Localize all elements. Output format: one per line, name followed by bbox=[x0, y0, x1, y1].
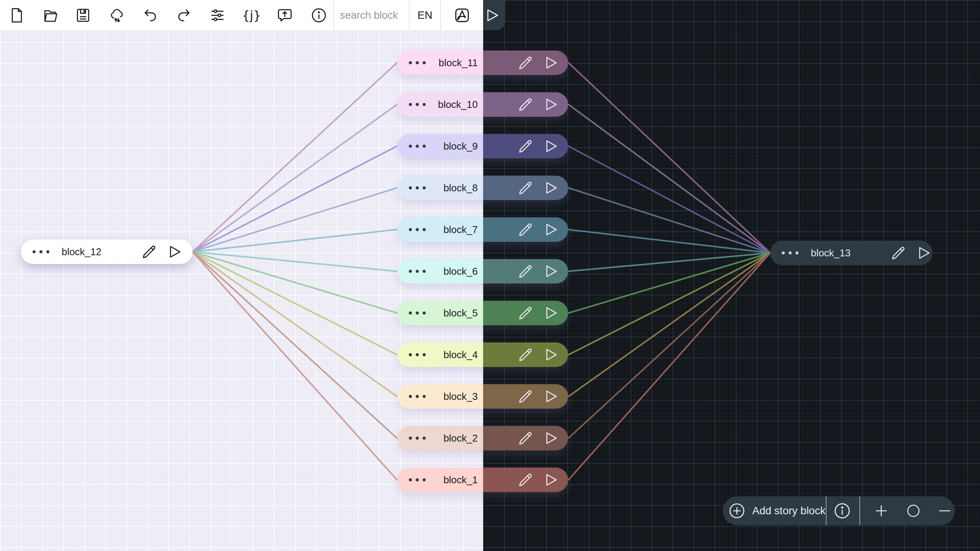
node-label: block_9 bbox=[397, 134, 478, 158]
edit-block-button[interactable] bbox=[890, 244, 907, 262]
edit-block-button[interactable] bbox=[517, 346, 534, 364]
pencil-icon bbox=[517, 221, 534, 238]
story-block-node-block_4[interactable]: block_4 bbox=[397, 342, 568, 367]
redo-button[interactable] bbox=[170, 0, 197, 30]
story-block-node-block_8[interactable]: block_8 bbox=[397, 176, 568, 200]
font-a-icon bbox=[453, 7, 471, 24]
play-block-button[interactable] bbox=[542, 54, 559, 72]
play-block-button[interactable] bbox=[542, 221, 559, 238]
edit-block-button[interactable] bbox=[517, 388, 534, 405]
run-play-button[interactable] bbox=[483, 0, 505, 30]
play-block-button[interactable] bbox=[542, 262, 559, 280]
node-label: block_7 bbox=[397, 217, 478, 242]
play-block-button[interactable] bbox=[542, 388, 559, 405]
plus-icon bbox=[873, 503, 889, 519]
edit-block-button[interactable] bbox=[517, 137, 534, 155]
bottom-control-bar: Add story block bbox=[723, 496, 955, 525]
story-block-node-source[interactable]: block_12 bbox=[21, 240, 193, 264]
bottom-bar-divider bbox=[859, 496, 860, 525]
node-label: block_5 bbox=[397, 301, 478, 325]
play-icon bbox=[915, 244, 932, 262]
edit-block-button[interactable] bbox=[140, 243, 158, 261]
play-block-button[interactable] bbox=[165, 243, 183, 261]
settings-sliders-button[interactable] bbox=[204, 0, 231, 30]
add-story-block-button[interactable]: Add story block bbox=[728, 496, 825, 525]
story-block-node-target[interactable]: block_13 bbox=[770, 241, 933, 265]
play-icon bbox=[542, 54, 559, 72]
language-button[interactable]: EN bbox=[409, 0, 441, 30]
pencil-icon bbox=[517, 471, 534, 489]
node-label: block_11 bbox=[397, 51, 478, 75]
pencil-icon bbox=[517, 54, 534, 72]
run-play-icon bbox=[483, 7, 500, 24]
play-block-button[interactable] bbox=[542, 179, 559, 197]
play-block-button[interactable] bbox=[542, 429, 559, 447]
node-label: block_6 bbox=[397, 259, 478, 284]
cloud-sync-button[interactable] bbox=[104, 0, 131, 30]
json-braces-button[interactable]: {j} bbox=[238, 0, 265, 30]
play-block-button[interactable] bbox=[542, 346, 559, 364]
font-style-button[interactable] bbox=[441, 0, 483, 30]
toolbar-run-section bbox=[483, 0, 505, 30]
story-block-node-block_7[interactable]: block_7 bbox=[397, 217, 568, 242]
play-icon bbox=[542, 388, 559, 405]
zoom-in-button[interactable] bbox=[870, 496, 893, 525]
search-input[interactable] bbox=[339, 0, 407, 31]
info-button[interactable] bbox=[305, 0, 332, 30]
story-block-node-block_3[interactable]: block_3 bbox=[397, 384, 568, 409]
play-block-button[interactable] bbox=[542, 304, 559, 322]
play-icon bbox=[542, 346, 559, 364]
info-icon bbox=[310, 7, 327, 24]
pencil-icon bbox=[517, 429, 534, 447]
edit-block-button[interactable] bbox=[517, 304, 534, 322]
story-block-node-block_6[interactable]: block_6 bbox=[397, 259, 568, 284]
play-block-button[interactable] bbox=[542, 96, 559, 113]
toolbar: {j} EN bbox=[0, 0, 483, 30]
open-file-button[interactable] bbox=[37, 0, 64, 30]
play-icon bbox=[542, 221, 559, 238]
story-block-node-block_1[interactable]: block_1 bbox=[397, 468, 568, 492]
edit-block-button[interactable] bbox=[517, 179, 534, 197]
node-label: block_3 bbox=[397, 384, 478, 409]
info-icon bbox=[833, 502, 851, 520]
story-block-node-block_11[interactable]: block_11 bbox=[397, 51, 568, 75]
minus-icon bbox=[937, 503, 953, 519]
cloud-sync-icon bbox=[109, 7, 126, 24]
new-file-icon bbox=[8, 7, 25, 24]
story-block-node-block_10[interactable]: block_10 bbox=[397, 92, 568, 117]
node-label: block_1 bbox=[397, 468, 478, 492]
play-icon bbox=[542, 471, 559, 489]
play-icon bbox=[542, 96, 559, 113]
save-icon bbox=[75, 7, 91, 24]
edit-block-button[interactable] bbox=[517, 262, 534, 280]
edit-block-button[interactable] bbox=[517, 96, 534, 113]
play-icon bbox=[542, 429, 559, 447]
pencil-icon bbox=[517, 179, 534, 197]
edit-block-button[interactable] bbox=[517, 221, 534, 238]
new-file-button[interactable] bbox=[3, 0, 30, 30]
settings-sliders-icon bbox=[209, 7, 226, 24]
pencil-icon bbox=[517, 96, 534, 113]
edit-block-button[interactable] bbox=[517, 429, 534, 447]
story-block-node-block_9[interactable]: block_9 bbox=[397, 134, 568, 158]
node-label: block_4 bbox=[397, 342, 478, 367]
zoom-reset-button[interactable] bbox=[902, 496, 925, 525]
edit-block-button[interactable] bbox=[517, 471, 534, 489]
play-block-button[interactable] bbox=[542, 137, 559, 155]
undo-icon bbox=[142, 7, 159, 24]
pencil-icon bbox=[517, 262, 534, 280]
story-block-node-block_2[interactable]: block_2 bbox=[397, 426, 568, 450]
story-block-node-block_5[interactable]: block_5 bbox=[397, 301, 568, 325]
edit-block-button[interactable] bbox=[517, 54, 534, 72]
share-comment-icon bbox=[276, 7, 293, 24]
play-block-button[interactable] bbox=[542, 471, 559, 489]
pencil-icon bbox=[140, 243, 158, 261]
canvas-info-button[interactable] bbox=[831, 496, 854, 525]
play-block-button[interactable] bbox=[915, 244, 932, 262]
undo-button[interactable] bbox=[137, 0, 164, 30]
toolbar-divider bbox=[333, 0, 334, 30]
zoom-out-button[interactable] bbox=[933, 496, 956, 525]
save-button[interactable] bbox=[70, 0, 96, 30]
node-label: block_8 bbox=[397, 176, 478, 200]
share-comment-button[interactable] bbox=[271, 0, 298, 30]
